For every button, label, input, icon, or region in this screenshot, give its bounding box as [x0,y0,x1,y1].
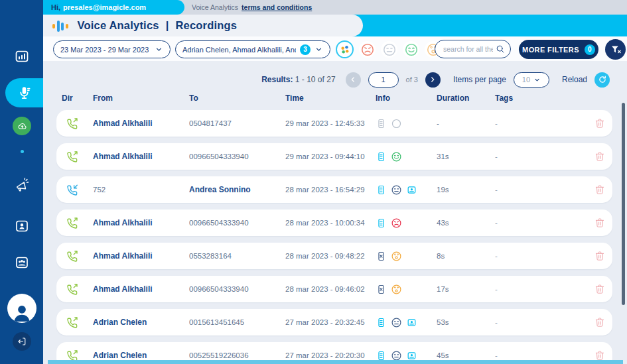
chevron-down-icon [314,45,323,54]
total-pages-label: of 3 [406,76,418,84]
date-range-dropdown[interactable]: 23 Mar 2023 - 29 Mar 2023 [53,40,171,58]
cell-from: Ahmad Alkhalili [93,218,189,227]
chevron-left-icon [349,76,357,84]
cell-duration: 19s [437,186,495,194]
cell-actions [594,284,605,294]
surprised-sentiment-icon[interactable] [391,284,402,295]
transcript-icon[interactable] [376,151,387,162]
recording-row[interactable]: Adrian Chelen 0015613451645 27 mar 2023 … [56,309,612,335]
delete-recording-icon[interactable] [594,151,605,162]
cell-time: 28 mar 2023 - 09:48:22 [285,252,376,260]
transcript-icon[interactable] [376,350,387,361]
notification-dot [21,150,24,153]
neutral-sentiment-icon[interactable] [391,184,402,196]
search-input[interactable] [443,45,493,53]
cell-from: Ahmad Alkhalili [93,152,189,161]
column-header-to: To [189,93,285,103]
recordings-panel: Results: 1 - 10 of 27 of 3 Items per pag… [43,61,627,364]
delete-recording-icon[interactable] [594,217,605,228]
logout-button[interactable] [13,332,31,351]
cell-to: 00525519226036 [189,351,285,359]
column-header-tags: Tags [495,93,594,103]
more-filters-button[interactable]: MORE FILTERS 0 [519,40,598,59]
cell-from: 752 [93,186,189,194]
recording-row[interactable]: Ahmad Alkhalili 0504817437 29 mar 2023 -… [56,110,612,137]
happy-sentiment-filter[interactable] [403,41,419,58]
search-box [435,40,511,58]
recordings-list: Ahmad Alkhalili 0504817437 29 mar 2023 -… [56,110,612,364]
clear-filters-button[interactable] [605,39,626,60]
sad-sentiment-filter[interactable] [359,41,376,58]
cell-to: 0015613451645 [189,318,285,326]
delete-recording-icon[interactable] [594,184,605,195]
results-summary: Results: 1 - 10 of 27 [261,75,335,84]
surprised-sentiment-icon[interactable] [391,251,402,262]
screen-recording-icon[interactable] [406,350,417,361]
delete-recording-icon[interactable] [594,284,605,294]
sidebar-item-upload[interactable] [13,117,31,135]
previous-page-button[interactable] [346,72,361,88]
column-header-time: Time [285,93,376,103]
neutral-sentiment-icon[interactable] [391,317,402,328]
current-page-input[interactable] [368,72,399,88]
cell-info [376,118,437,129]
reload-button[interactable] [594,72,610,88]
recording-row[interactable]: 752 Andrea Sonnino 28 mar 2023 - 16:54:2… [56,176,612,203]
cell-duration: 45s [437,351,495,359]
cell-info [376,251,437,262]
recording-row[interactable]: Ahmad Alkhalili 00966504333940 28 mar 20… [56,276,612,302]
no-sentiment-icon[interactable] [391,118,402,129]
items-per-page-label: Items per page [453,75,506,84]
sidebar-item-contacts[interactable] [0,217,43,235]
transcript-icon[interactable] [376,118,387,129]
title-separator: | [166,19,169,32]
no-transcript-icon[interactable] [376,251,387,262]
delete-recording-icon[interactable] [594,118,605,129]
transcript-icon[interactable] [376,184,387,196]
users-filter-dropdown[interactable]: Adrian Chelen, Ahmad Alkhalili, Andr... … [175,40,330,58]
screen-recording-icon[interactable] [406,184,417,196]
top-bar: Hi, presales@imagicle.com Voice Analytic… [43,0,627,15]
chevron-down-icon [155,45,163,54]
recording-row[interactable]: Ahmad Alkhalili 00966504333940 28 mar 20… [56,210,612,236]
sidebar-item-analytics[interactable] [0,48,43,65]
sad-sentiment-icon[interactable] [391,217,402,229]
neutral-sentiment-filter[interactable] [381,41,397,58]
horizontal-scrollbar[interactable] [48,360,623,364]
recording-row[interactable]: Ahmad Alkhalili 0553283164 28 mar 2023 -… [56,243,612,269]
neutral-sentiment-icon[interactable] [391,350,402,361]
items-per-page-value: 10 [522,76,530,84]
delete-recording-icon[interactable] [594,251,605,261]
outgoing-call-icon [66,250,78,263]
sidebar-item-groups[interactable] [0,254,43,271]
screen-recording-icon[interactable] [406,317,417,328]
no-transcript-icon[interactable] [376,284,387,295]
cell-time: 28 mar 2023 - 09:46:02 [285,285,376,293]
sentiment-filters [336,40,441,58]
search-icon[interactable] [496,44,505,54]
column-header-dir: Dir [62,93,93,103]
transcript-icon[interactable] [376,317,387,328]
transcript-icon[interactable] [376,217,387,229]
sidebar-item-announcements[interactable] [0,176,43,194]
recording-row[interactable]: Ahmad Alkhalili 00966504333940 29 mar 20… [56,143,612,170]
happy-sentiment-icon [404,42,419,57]
app-title: Voice Analytics [78,19,159,32]
cell-actions [594,251,605,261]
delete-recording-icon[interactable] [594,350,605,361]
vertical-scrollbar[interactable] [622,103,625,305]
cell-to: 0504817437 [189,119,285,127]
users-count-badge: 3 [300,44,311,55]
all-sentiments-filter[interactable] [336,40,354,58]
terms-and-conditions-link[interactable]: terms and conditions [242,3,312,11]
sidebar-item-recordings[interactable] [5,78,43,107]
delete-recording-icon[interactable] [594,317,605,328]
items-per-page-dropdown[interactable]: 10 [514,72,549,88]
next-page-button[interactable] [425,72,441,88]
user-avatar[interactable] [7,294,36,323]
avatar-person-icon [9,299,35,323]
cell-duration: 53s [437,318,495,326]
happy-sentiment-icon[interactable] [391,151,402,162]
cell-time: 27 mar 2023 - 20:32:45 [285,318,376,326]
terms-prefix: Voice Analytics [192,3,238,11]
